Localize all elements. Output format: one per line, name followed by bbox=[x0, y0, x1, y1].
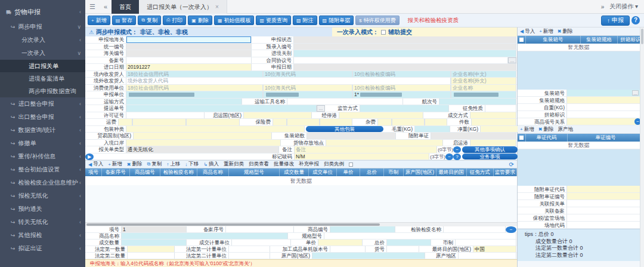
consume-unit-credit-input[interactable]: 18位社会信用代码 bbox=[126, 85, 263, 91]
business-matters-button[interactable]: 业务事项 bbox=[462, 154, 518, 160]
classification-precedent-button[interactable]: 归类先例 bbox=[324, 161, 344, 168]
declare-unit-ciq-input[interactable]: 1* bbox=[352, 91, 451, 98]
freight-currency-input[interactable] bbox=[186, 119, 240, 125]
consume-unit-ciq-input[interactable]: 10位检验检疫编码 bbox=[352, 85, 451, 91]
column-header[interactable]: 单证编号 bbox=[568, 134, 644, 142]
header-checkbox[interactable] bbox=[518, 36, 526, 44]
initial-template-button[interactable]: ▦初始值模板 bbox=[214, 16, 255, 25]
supplementary-declare-button[interactable]: 补充申报 bbox=[299, 161, 319, 168]
classification-view-button[interactable]: 归类查看 bbox=[249, 161, 269, 168]
copy-button[interactable]: ⧉复制 bbox=[138, 16, 161, 25]
insert-button[interactable]: ↳插入 bbox=[203, 161, 219, 168]
delete-item-button[interactable]: ✖删除 bbox=[127, 161, 143, 168]
unified-no-field[interactable] bbox=[126, 44, 252, 50]
column-header[interactable]: 商品名称 bbox=[197, 168, 229, 176]
miscfee-currency-input[interactable] bbox=[425, 119, 447, 125]
column-header[interactable]: 集装箱规格 bbox=[581, 36, 618, 44]
declaration-type-field[interactable]: 通关无纸化 bbox=[126, 146, 279, 153]
consume-unit-name-input[interactable]: 企业名称 bbox=[451, 85, 516, 91]
add-item-button[interactable]: +新增 bbox=[108, 161, 122, 168]
insurance-currency-input[interactable] bbox=[320, 119, 352, 125]
add-button[interactable]: +新增 bbox=[88, 16, 110, 25]
sidebar-item-appointment-clearance[interactable]: ↪预约通关‹ bbox=[0, 202, 85, 216]
insurance-mark-input[interactable] bbox=[273, 119, 287, 125]
origin-place-button[interactable]: 原产地 bbox=[558, 126, 573, 133]
sidebar-item-batch-entry[interactable]: 分次录入‹ bbox=[0, 33, 85, 47]
license-no-input[interactable] bbox=[126, 112, 205, 119]
legal-unit2-input[interactable] bbox=[228, 253, 270, 259]
reclassify-button[interactable]: 重新归类 bbox=[224, 161, 244, 168]
domestic-consignee-customs-input[interactable]: 10位海关代码 bbox=[263, 71, 352, 78]
column-header[interactable]: 备案序号 bbox=[102, 168, 130, 176]
domestic-consignee-name-input[interactable]: 企业名称(中文) bbox=[451, 71, 516, 78]
column-header[interactable]: 原产国(地区) bbox=[404, 168, 436, 176]
lookup-button[interactable]: … bbox=[317, 105, 325, 112]
declare-status-field[interactable] bbox=[293, 36, 516, 43]
unit-price-input[interactable] bbox=[318, 240, 363, 245]
column-header[interactable]: 总价 bbox=[360, 168, 383, 176]
dest-country-input[interactable]: 中国 bbox=[473, 246, 516, 252]
sidebar-item-initial-value-settings[interactable]: ↪整合初始值设置‹ bbox=[0, 163, 85, 176]
entry-port-input[interactable] bbox=[126, 140, 281, 146]
goods-storage-input[interactable] bbox=[326, 140, 443, 146]
declare-unit-name-input[interactable] bbox=[451, 91, 516, 98]
origin-region-input[interactable] bbox=[458, 253, 516, 259]
origin-country-input[interactable] bbox=[312, 253, 425, 259]
departure-country-input[interactable] bbox=[243, 112, 312, 119]
column-header[interactable]: 规格型号 bbox=[229, 168, 280, 176]
transaction-unit-input[interactable] bbox=[231, 240, 291, 245]
container-import-button[interactable]: ◀导入 bbox=[520, 28, 535, 35]
container-add-button[interactable]: +新增 bbox=[539, 28, 553, 35]
move-up-button[interactable]: ↑上移 bbox=[166, 161, 180, 168]
scroll-tabs-right-icon[interactable]: » bbox=[601, 4, 605, 10]
delete-button[interactable]: ▣删除 bbox=[188, 16, 212, 25]
related-record-input[interactable] bbox=[566, 207, 640, 214]
horizontal-scrollbar[interactable] bbox=[85, 222, 517, 226]
sidebar-item-retransmit[interactable]: ↪重传/补传信息‹ bbox=[0, 150, 85, 163]
minus-circle-icon[interactable]: − bbox=[453, 146, 461, 153]
transaction-qty-input[interactable] bbox=[121, 240, 187, 245]
item-code-input[interactable] bbox=[386, 246, 419, 252]
gross-weight-input[interactable] bbox=[414, 126, 450, 133]
transport-mode-input[interactable] bbox=[126, 99, 242, 105]
batch-modify-button[interactable]: 批量修改 bbox=[274, 161, 294, 168]
miscfee-mark-input[interactable] bbox=[377, 119, 392, 125]
declare-unit-customs-input[interactable] bbox=[263, 91, 352, 98]
bonded-site-input[interactable] bbox=[566, 214, 640, 221]
container-spec-input[interactable] bbox=[566, 97, 640, 103]
sidebar-header-cargo-declare[interactable]: ⛟货物申报‹ bbox=[0, 4, 85, 20]
sidebar-item-data-query[interactable]: ↪数据查询/统计‹ bbox=[0, 124, 85, 137]
column-header[interactable]: 最终目的国 bbox=[436, 168, 467, 176]
attached-doc-no-input[interactable] bbox=[566, 193, 640, 200]
legal-unit1-input[interactable] bbox=[228, 246, 270, 252]
column-header[interactable]: 成交单位 bbox=[309, 168, 337, 176]
departure-port-input[interactable] bbox=[470, 140, 516, 146]
tab-import-declaration[interactable]: 进口报关单（一次录入） × bbox=[139, 0, 227, 14]
scrollbar-thumb[interactable] bbox=[641, 29, 643, 44]
customs-no-field[interactable] bbox=[126, 50, 252, 57]
sidebar-item-ciq-enterprise-info[interactable]: ↪检验检疫企业信息维护‹ bbox=[0, 176, 85, 189]
tab-home[interactable]: 首页 bbox=[112, 0, 139, 14]
lookup-button[interactable]: … bbox=[632, 90, 639, 96]
move-down-button[interactable]: ↓下移 bbox=[185, 161, 199, 168]
legal-qty2-input[interactable] bbox=[127, 253, 175, 259]
close-operations-menu[interactable]: 关闭操作 ▾ bbox=[609, 2, 638, 11]
domestic-consignee-ciq-input[interactable]: 10位检验检疫编码 bbox=[352, 71, 451, 78]
overseas-consignee-code-input[interactable]: 境外收发货人代码 bbox=[126, 78, 451, 84]
sidebar-item-export-integrated[interactable]: ↪出口整合申报‹ bbox=[0, 111, 85, 124]
declare-date-field[interactable] bbox=[293, 64, 516, 70]
container-delete-button[interactable]: ✖删除 bbox=[558, 28, 573, 35]
scroll-tabs-left-icon[interactable]: « bbox=[100, 3, 112, 10]
bill-no-input[interactable] bbox=[126, 105, 317, 112]
copy-item-button[interactable]: ⧉复制 bbox=[147, 161, 162, 168]
sidebar-item-entry-record-list[interactable]: 进境备案清单 bbox=[0, 72, 85, 85]
lookup-button[interactable]: … bbox=[508, 57, 516, 64]
attached-doc-code-input[interactable] bbox=[566, 186, 640, 192]
column-header[interactable]: 检验检疫名称 bbox=[160, 168, 197, 176]
header-checkbox[interactable] bbox=[518, 134, 526, 142]
vertical-scrollbar[interactable] bbox=[640, 27, 644, 267]
lcl-flag-input[interactable] bbox=[566, 111, 640, 118]
trade-country-input[interactable] bbox=[133, 133, 272, 139]
minus-circle-icon[interactable]: − bbox=[445, 154, 453, 160]
domestic-consignee-credit-input[interactable]: 18位社会信用代码 bbox=[126, 71, 263, 78]
